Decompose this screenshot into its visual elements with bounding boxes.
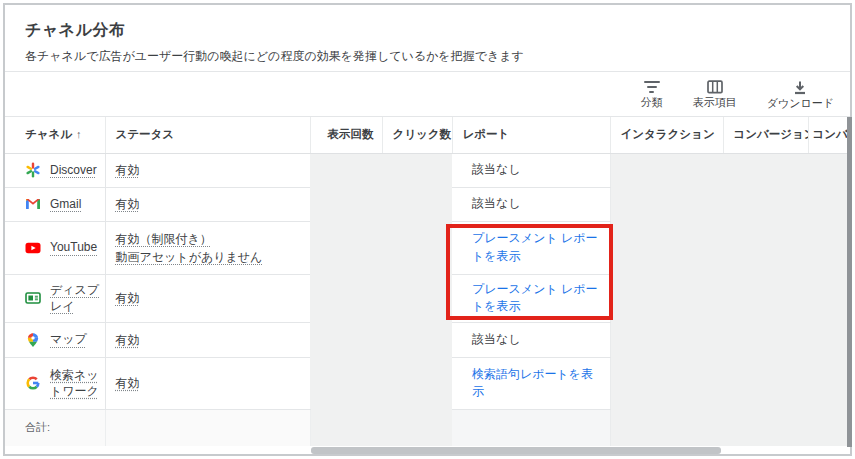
impressions-cell-empty <box>310 274 382 322</box>
clicks-cell-empty <box>382 357 452 409</box>
clicks-cell-empty <box>382 153 452 187</box>
card-header: チャネル分布 各チャネルで広告がユーザー行動の喚起にどの程度の効果を発揮している… <box>5 5 850 72</box>
segment-lines-icon <box>644 80 660 94</box>
channel-distribution-screenshot: チャネル分布 各チャネルで広告がユーザー行動の喚起にどの程度の効果を発揮している… <box>0 0 855 459</box>
column-header-report[interactable]: レポート <box>452 117 610 153</box>
conversions-cell-empty <box>723 221 808 274</box>
conversions2-cell-empty <box>808 322 852 357</box>
table-row-maps: マップ 有効 該当なし <box>5 322 852 357</box>
vertical-scrollbar-edge[interactable] <box>847 117 852 447</box>
table-row-display: ディスプレイ 有効 プレースメント レポートを表示 <box>5 274 852 322</box>
status-value[interactable]: 有効 <box>116 197 140 211</box>
conversions-cell-empty <box>723 274 808 322</box>
discover-icon <box>25 162 41 178</box>
horizontal-scrollbar <box>5 447 850 454</box>
interactions-cell-empty <box>610 187 723 221</box>
clicks-cell-empty <box>382 221 452 274</box>
conversions-cell-empty <box>723 322 808 357</box>
table-header-row: チャネル↑ ステータス 表示回数 クリック数 レポート インタラクション コンバ… <box>5 117 852 153</box>
download-icon <box>792 80 808 95</box>
page-subtitle: 各チャネルで広告がユーザー行動の喚起にどの程度の効果を発揮しているかを把握できま… <box>25 48 850 65</box>
channel-distribution-card: チャネル分布 各チャネルで広告がユーザー行動の喚起にどの程度の効果を発揮している… <box>3 3 852 456</box>
sort-ascending-icon: ↑ <box>76 128 82 140</box>
segment-label: 分類 <box>641 97 663 108</box>
clicks-cell-empty <box>382 187 452 221</box>
display-icon <box>25 290 41 306</box>
columns-icon <box>707 80 723 94</box>
interactions-cell-empty <box>610 357 723 409</box>
channel-table: チャネル↑ ステータス 表示回数 クリック数 レポート インタラクション コンバ… <box>5 117 852 446</box>
report-text: 該当なし <box>472 196 521 210</box>
placement-report-link[interactable]: プレースメント レポートを表示 <box>472 231 598 262</box>
conversions-cell-empty <box>723 187 808 221</box>
report-text: 該当なし <box>472 162 521 176</box>
impressions-cell-empty <box>310 221 382 274</box>
column-header-channel-label: チャネル <box>25 128 72 140</box>
conversions2-cell-empty <box>808 153 852 187</box>
conversions2-cell-empty <box>808 357 852 409</box>
interactions-cell-empty <box>610 221 723 274</box>
horizontal-scrollbar-thumb[interactable] <box>311 447 721 454</box>
column-header-impressions[interactable]: 表示回数 <box>310 117 382 153</box>
interactions-cell-empty <box>610 322 723 357</box>
column-header-conversions[interactable]: コンバージョン <box>723 117 808 153</box>
table-row-discover: Discover 有効 該当なし <box>5 153 852 187</box>
google-g-icon <box>25 375 41 391</box>
search-terms-report-link[interactable]: 検索語句レポートを表示 <box>472 367 593 398</box>
impressions-cell-empty <box>310 187 382 221</box>
youtube-icon <box>25 240 41 256</box>
column-header-interactions[interactable]: インタラクション <box>610 117 723 153</box>
channel-link[interactable]: 検索ネットワーク <box>50 367 104 399</box>
conversions-cell-empty <box>723 153 808 187</box>
impressions-cell-empty <box>310 357 382 409</box>
download-label: ダウンロード <box>767 98 834 109</box>
status-value[interactable]: 有効 <box>116 376 140 390</box>
channel-link[interactable]: YouTube <box>50 239 104 255</box>
conversions-cell-empty <box>723 357 808 409</box>
interactions-cell-empty <box>610 153 723 187</box>
maps-pin-icon <box>25 332 41 348</box>
conversions2-cell-empty <box>808 221 852 274</box>
segment-button[interactable]: 分類 <box>641 80 663 108</box>
status-value[interactable]: 有効（制限付き） <box>116 232 212 246</box>
column-header-conversions-cut[interactable]: コンバー <box>808 117 852 153</box>
columns-button[interactable]: 表示項目 <box>693 80 737 108</box>
conversions2-cell-empty <box>808 274 852 322</box>
report-text: 該当なし <box>472 332 521 346</box>
placement-report-link[interactable]: プレースメント レポートを表示 <box>472 282 598 313</box>
page-title: チャネル分布 <box>25 20 850 41</box>
status-value[interactable]: 有効 <box>116 333 140 347</box>
clicks-cell-empty <box>382 274 452 322</box>
total-label: 合計: <box>25 421 50 433</box>
status-value[interactable]: 有効 <box>116 291 140 305</box>
status-value[interactable]: 有効 <box>116 163 140 177</box>
column-header-channel[interactable]: チャネル↑ <box>5 117 105 153</box>
impressions-cell-empty <box>310 322 382 357</box>
status-note[interactable]: 動画アセットがありません <box>116 250 263 264</box>
column-header-clicks[interactable]: クリック数 <box>382 117 452 153</box>
table-toolbar: 分類 表示項目 ダウンロード <box>5 72 850 117</box>
clicks-cell-empty <box>382 322 452 357</box>
interactions-cell-empty <box>610 274 723 322</box>
channel-link[interactable]: ディスプレイ <box>50 282 104 314</box>
table-total-row: 合計: <box>5 409 852 446</box>
gmail-icon <box>25 196 41 212</box>
channel-link[interactable]: Discover <box>50 162 104 178</box>
columns-label: 表示項目 <box>693 97 737 108</box>
conversions2-cell-empty <box>808 187 852 221</box>
channel-link[interactable]: Gmail <box>50 196 104 212</box>
column-header-status[interactable]: ステータス <box>105 117 310 153</box>
table-row-gmail: Gmail 有効 該当なし <box>5 187 852 221</box>
impressions-cell-empty <box>310 153 382 187</box>
download-button[interactable]: ダウンロード <box>767 80 834 109</box>
table-row-search-network: 検索ネットワーク 有効 検索語句レポートを表示 <box>5 357 852 409</box>
table-row-youtube: YouTube 有効（制限付き） 動画アセットがありません プレースメント レポ… <box>5 221 852 274</box>
channel-link[interactable]: マップ <box>50 331 104 347</box>
